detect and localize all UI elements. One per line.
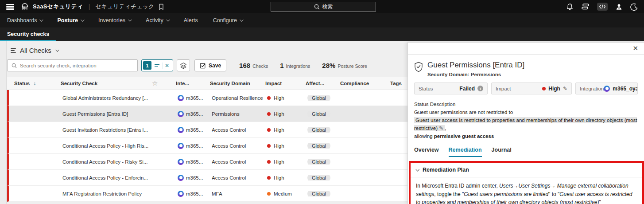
- status-description-label: Status Description: [414, 101, 638, 109]
- affected-badge: Global: [307, 175, 330, 180]
- column-header-impact[interactable]: Impact: [265, 81, 306, 86]
- m365-integration-icon: [178, 191, 184, 197]
- clear-filter-icon[interactable]: ✕: [163, 63, 169, 69]
- row-security-check-name[interactable]: Conditional Access Policy - Enforcin...: [62, 175, 154, 180]
- status-description-line1: Guest user permissions are not restricte…: [414, 109, 638, 117]
- search-icon: [314, 4, 320, 10]
- nav-item-dashboards[interactable]: Dashboards: [7, 17, 42, 24]
- row-security-check-name[interactable]: Conditional Access Policy - Risky Si...: [62, 159, 154, 165]
- hamburger-menu-icon[interactable]: [6, 4, 14, 10]
- tab-journal[interactable]: Journal: [492, 147, 512, 157]
- nav-item-configure[interactable]: Configure: [213, 17, 242, 24]
- search-icon: [12, 63, 17, 68]
- app-logo-icon: [20, 3, 29, 11]
- row-security-check-name[interactable]: MFA Registration Restriction Policy: [62, 191, 154, 196]
- chevron-down-icon: [415, 168, 419, 171]
- status-description-line3: allowing permissive guest access: [414, 133, 638, 141]
- search-placeholder: Search security check, integration: [20, 63, 97, 68]
- chevron-down-icon: [81, 18, 84, 21]
- integration-box: Integration m365_oyama: [575, 82, 638, 94]
- stat-integrations: 1Integrations: [274, 62, 316, 69]
- all-checks-label: All Checks: [20, 47, 51, 54]
- row-integration-cell: m365...: [178, 159, 212, 165]
- tab-remediation[interactable]: Remediation: [449, 147, 482, 157]
- row-security-check-name[interactable]: Guest Permissions [Entra ID]: [62, 111, 154, 117]
- row-security-check-name[interactable]: Conditional Access Policy - High Ris...: [62, 143, 154, 149]
- column-header-security-check[interactable]: Security Check: [61, 81, 152, 86]
- column-header-security-domain[interactable]: Security Domain: [210, 81, 265, 86]
- tab-security-checks[interactable]: Security checks: [0, 27, 56, 41]
- row-integration-cell: m365...: [178, 111, 212, 117]
- nav-item-activity[interactable]: Activity: [146, 17, 169, 24]
- bookmark-icon[interactable]: [159, 4, 164, 10]
- row-affected: Global: [307, 191, 342, 196]
- info-icon[interactable]: i: [477, 86, 483, 91]
- row-integration-cell: m365...: [178, 127, 212, 133]
- api-code-icon[interactable]: [597, 3, 608, 11]
- user-account-icon[interactable]: [615, 3, 623, 11]
- layers-button[interactable]: [177, 59, 190, 71]
- impact-dot-icon: [267, 160, 271, 164]
- row-security-domain: Access Control: [212, 127, 267, 133]
- column-header-status[interactable]: Status↓: [7, 80, 61, 86]
- row-security-check-name[interactable]: Global Administrators Redundancy [...: [62, 95, 154, 101]
- save-button[interactable]: Save: [194, 59, 226, 71]
- title-divider: |: [89, 3, 90, 10]
- m365-integration-icon: [178, 127, 184, 133]
- panel-header: Guest Permissions [Entra ID] Security Do…: [414, 61, 638, 77]
- filter-count-badge: 1: [143, 61, 151, 70]
- brand-name: SaaSセキュリティ: [33, 3, 83, 11]
- row-affected: Global: [307, 159, 342, 165]
- m365-integration-icon: [178, 175, 184, 181]
- feedback-icon[interactable]: [581, 3, 590, 10]
- affected-badge: Global: [307, 127, 330, 133]
- status-value: Failedi: [459, 86, 483, 92]
- row-affected: Global: [307, 127, 342, 133]
- column-header-favorite-star-icon[interactable]: ☆: [152, 79, 176, 87]
- affected-badge: Global: [307, 191, 330, 196]
- row-affected: Global: [307, 95, 342, 101]
- row-impact: High: [267, 175, 307, 180]
- remediation-plan-accordion[interactable]: Remediation Plan: [411, 163, 642, 177]
- row-security-domain: Operational Resilience: [212, 95, 267, 101]
- row-impact: High: [267, 143, 307, 149]
- nav-item-inventories[interactable]: Inventories: [98, 17, 131, 24]
- affected-badge: Global: [307, 159, 330, 165]
- filter-lines-icon: [11, 48, 16, 53]
- impact-dot-icon: [267, 128, 271, 132]
- status-description-line2: Guest user access is restricted to prope…: [414, 117, 638, 133]
- row-integration-cell: m365...: [178, 175, 212, 181]
- close-icon[interactable]: ✕: [632, 44, 638, 52]
- shield-check-icon: [414, 62, 423, 77]
- nav-item-posture[interactable]: Posture: [57, 17, 83, 24]
- global-search-input[interactable]: 検索: [271, 2, 376, 12]
- active-filter-chip[interactable]: 1 ✕: [141, 59, 173, 71]
- edit-pencil-icon[interactable]: ✎: [439, 125, 443, 131]
- row-security-check-name[interactable]: Guest Invitation Restrictions [Entra I..…: [62, 127, 154, 133]
- panel-tabs: Overview Remediation Journal: [414, 147, 638, 157]
- affected-badge: Global: [307, 111, 330, 117]
- impact-dot-icon: [267, 112, 271, 116]
- edit-pencil-icon[interactable]: ✎: [563, 86, 567, 92]
- row-impact: High: [267, 95, 307, 101]
- row-security-domain: Permissions: [212, 111, 267, 117]
- impact-value: High✎: [542, 86, 567, 92]
- column-header-compliance[interactable]: Compliance: [340, 81, 390, 86]
- security-check-search-input[interactable]: Search security check, integration: [7, 59, 138, 71]
- row-integration-cell: m365...: [178, 143, 212, 149]
- notifications-bell-icon[interactable]: [566, 3, 574, 11]
- nav-item-alerts[interactable]: Alerts: [184, 17, 198, 24]
- panel-subtitle: Security Domain: Permissions: [427, 72, 524, 77]
- affected-badge: Global: [307, 143, 330, 149]
- theme-moon-icon[interactable]: [630, 3, 638, 11]
- panel-title: Guest Permissions [Entra ID]: [427, 61, 524, 70]
- setting-value-highlighted: Guest user access is restricted to prope…: [414, 117, 637, 132]
- column-header-affected[interactable]: Affect...: [306, 81, 340, 86]
- filter-icon: [155, 64, 159, 67]
- search-placeholder: 検索: [322, 3, 333, 11]
- row-impact: High: [267, 159, 307, 165]
- tab-overview[interactable]: Overview: [414, 147, 439, 157]
- column-header-integration[interactable]: Inte...: [176, 81, 210, 86]
- stat-checks: 168Checks: [233, 62, 274, 69]
- affected-badge: Global: [307, 95, 330, 101]
